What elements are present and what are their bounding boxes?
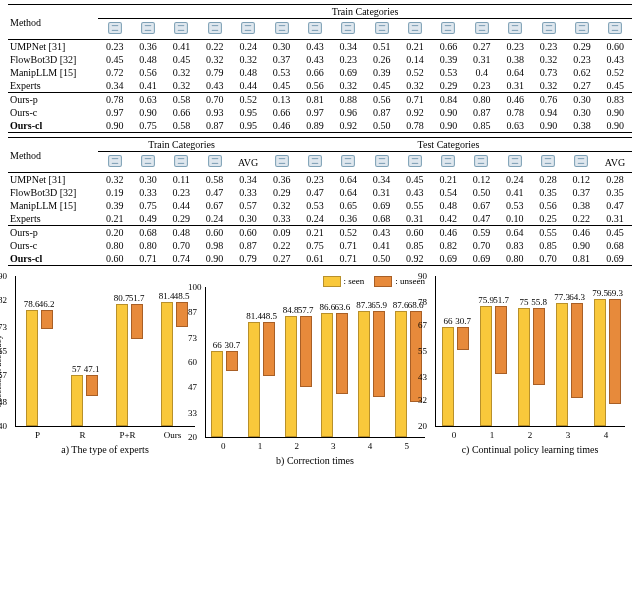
table-cell: 0.75 bbox=[131, 119, 164, 133]
svg-rect-18 bbox=[309, 22, 322, 33]
table-cell: 0.32 bbox=[532, 79, 565, 93]
chart-c: 203243556778906630.775.951.77555.877.364… bbox=[435, 276, 625, 466]
table-cell: 0.60 bbox=[599, 40, 632, 54]
chart-caption: a) The type of experts bbox=[15, 440, 195, 455]
bar-value: 55.8 bbox=[531, 297, 547, 307]
table-cell: 0.23 bbox=[499, 40, 532, 54]
table-cell: 0.57 bbox=[231, 199, 265, 212]
table-cell: 0.58 bbox=[198, 173, 231, 187]
bar-seen: 75.9 bbox=[480, 306, 492, 426]
xtick: 0 bbox=[205, 441, 242, 451]
microwave-icon bbox=[332, 19, 365, 40]
xtick: 3 bbox=[549, 430, 587, 440]
table-cell: 0.58 bbox=[165, 93, 198, 107]
table-cell: 0.39 bbox=[98, 199, 131, 212]
xtick: 1 bbox=[242, 441, 279, 451]
table-cell: 0.31 bbox=[465, 53, 498, 66]
svg-rect-87 bbox=[575, 155, 588, 166]
table-cell: 0.41 bbox=[365, 239, 398, 252]
table-cell: 0.21 bbox=[98, 212, 131, 226]
table-cell: 0.32 bbox=[98, 173, 131, 187]
test-cats-header: Test Categories bbox=[265, 138, 632, 152]
table-cell: 0.34 bbox=[365, 173, 398, 187]
table-cell: 0.34 bbox=[332, 40, 365, 54]
table-cell: 0.27 bbox=[565, 79, 598, 93]
bar-value: 51.7 bbox=[129, 293, 145, 303]
table-cell: 0.31 bbox=[499, 79, 532, 93]
bar-value: 65.9 bbox=[371, 300, 387, 310]
method-header: Method bbox=[8, 5, 98, 40]
bar-unseen: 51.7 bbox=[131, 304, 143, 339]
table-cell: 0.90 bbox=[599, 119, 632, 133]
table-cell: 0.22 bbox=[265, 239, 298, 252]
table-cell: 0.96 bbox=[332, 106, 365, 119]
table-cell: 0.32 bbox=[232, 53, 265, 66]
table-cell: 0.52 bbox=[398, 66, 431, 79]
table-cell: 0.48 bbox=[131, 53, 164, 66]
pliers-icon bbox=[499, 19, 532, 40]
ytick: 82 bbox=[0, 295, 7, 305]
table-cell: 0.48 bbox=[165, 226, 198, 240]
table-cell: 0.21 bbox=[398, 40, 431, 54]
bar-seen: 87.3 bbox=[358, 311, 370, 437]
table-cell: 0.46 bbox=[565, 226, 598, 240]
svg-rect-30 bbox=[442, 22, 455, 33]
table-cell: 0.54 bbox=[432, 186, 465, 199]
table-cell: 0.75 bbox=[298, 239, 331, 252]
table-cell: 0.20 bbox=[98, 226, 131, 240]
svg-rect-63 bbox=[309, 155, 322, 166]
method-name: Ours-cl bbox=[8, 252, 98, 266]
bar-value: 51.7 bbox=[493, 295, 509, 305]
table-cell: 0.85 bbox=[398, 239, 431, 252]
table-cell: 0.31 bbox=[398, 212, 431, 226]
chart-b: : seen : unseen 2033476073871006630.781.… bbox=[205, 276, 425, 466]
bar-unseen: 55.8 bbox=[533, 308, 545, 385]
ytick: 40 bbox=[0, 421, 7, 431]
table-cell: 0.92 bbox=[398, 252, 431, 266]
table-cell: 0.70 bbox=[198, 93, 231, 107]
table-cell: 0.51 bbox=[365, 40, 398, 54]
svg-rect-21 bbox=[342, 22, 355, 33]
table-cell: 0.66 bbox=[165, 106, 198, 119]
table-cell: 0.39 bbox=[365, 66, 398, 79]
table-cell: 0.32 bbox=[265, 199, 298, 212]
table-cell: 0.32 bbox=[198, 53, 231, 66]
svg-rect-0 bbox=[108, 22, 121, 33]
table-cell: 0.34 bbox=[98, 79, 131, 93]
ytick: 48 bbox=[0, 397, 7, 407]
table-cell: 0.79 bbox=[231, 252, 265, 266]
bar-unseen: 30.7 bbox=[457, 327, 469, 350]
table-cell: 0.38 bbox=[565, 119, 598, 133]
table-cell: 0.30 bbox=[565, 106, 598, 119]
table-cell: 0.66 bbox=[265, 106, 298, 119]
drawer-icon bbox=[532, 19, 565, 40]
bar-value: 78.6 bbox=[24, 299, 40, 309]
table-cell: 0.80 bbox=[131, 239, 164, 252]
table-cell: 0.43 bbox=[198, 79, 231, 93]
bar-unseen: 48.5 bbox=[263, 322, 275, 375]
table-cell: 0.44 bbox=[165, 199, 198, 212]
method-name: Ours-c bbox=[8, 239, 98, 252]
bar-value: 30.7 bbox=[455, 316, 471, 326]
bar-unseen: 46.2 bbox=[41, 310, 53, 329]
scissors-icon bbox=[298, 152, 331, 173]
svg-rect-3 bbox=[142, 22, 155, 33]
table-cell: 0.64 bbox=[498, 226, 531, 240]
svg-rect-42 bbox=[576, 22, 589, 33]
chart-caption: c) Continual policy learning times bbox=[435, 440, 625, 455]
kettle-icon bbox=[365, 19, 398, 40]
table-cell: 0.52 bbox=[232, 93, 265, 107]
table-cell: 0.92 bbox=[398, 106, 431, 119]
xtick: P+R bbox=[105, 430, 150, 440]
jug-icon bbox=[131, 152, 164, 173]
laptop-icon bbox=[265, 19, 298, 40]
table-cell: 0.23 bbox=[465, 79, 498, 93]
toilet-icon bbox=[265, 152, 298, 173]
bar-unseen: 65.9 bbox=[373, 311, 385, 397]
bar-seen: 78.6 bbox=[26, 310, 38, 426]
table-cell: 0.47 bbox=[298, 186, 331, 199]
avg-header: AVG bbox=[598, 152, 632, 173]
svg-rect-66 bbox=[342, 155, 355, 166]
ytick: 67 bbox=[418, 320, 427, 330]
table-cell: 0.22 bbox=[198, 40, 231, 54]
